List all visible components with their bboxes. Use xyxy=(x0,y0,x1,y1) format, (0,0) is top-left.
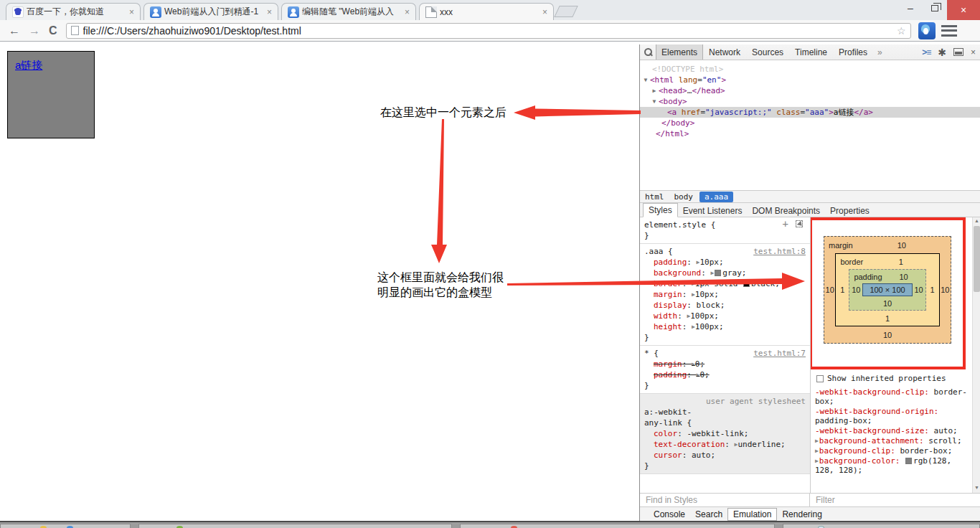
console-drawer-icon[interactable]: >≡ xyxy=(922,47,930,57)
bookmark-star-icon[interactable]: ☆ xyxy=(897,25,906,37)
sidebar-scrollbar[interactable]: ▲ ▼ xyxy=(972,217,980,493)
minimize-button[interactable]: – xyxy=(898,0,923,16)
rule-selector[interactable]: element.style { xyxy=(644,220,715,230)
box-model-padding[interactable]: padding 10 10 100 × 100 10 10 xyxy=(849,269,925,311)
breadcrumb-html[interactable]: html xyxy=(640,192,669,202)
dom-node-row[interactable]: <a href="javascript:;" class="aaa">a链接</… xyxy=(640,107,980,118)
find-in-styles-input[interactable]: Find in Styles xyxy=(640,494,810,506)
stylesheet-link[interactable]: test.html:7 xyxy=(753,348,806,359)
dom-node-row[interactable]: ▼<body> xyxy=(640,96,980,107)
rule-selector[interactable]: a:-webkit-any-link { xyxy=(644,407,706,428)
new-style-rule-icon[interactable]: + xyxy=(783,220,788,227)
more-tabs-chevron-icon[interactable]: » xyxy=(873,44,887,60)
taskbar-button[interactable] xyxy=(0,524,131,528)
scroll-up-icon[interactable]: ▲ xyxy=(973,218,980,223)
css-property[interactable]: background: ▶gray; xyxy=(644,268,806,278)
expand-arrow-icon[interactable]: ▶ xyxy=(815,438,819,444)
border-left-value[interactable]: 1 xyxy=(836,269,849,311)
scroll-down-icon[interactable]: ▼ xyxy=(973,485,980,490)
new-tab-button[interactable] xyxy=(554,6,578,17)
taskbar-button[interactable] xyxy=(460,524,775,528)
padding-right-value[interactable]: 10 xyxy=(913,286,925,294)
dom-node-row[interactable]: </html> xyxy=(640,128,980,139)
tab-close-icon[interactable]: × xyxy=(541,7,549,17)
css-property[interactable]: border: ▶1px solid black; xyxy=(644,278,806,289)
taskbar-button[interactable] xyxy=(138,524,452,528)
gear-icon[interactable]: ✱ xyxy=(938,47,946,58)
border-bottom-value[interactable]: 1 xyxy=(836,314,938,323)
tab-close-icon[interactable]: × xyxy=(128,7,136,17)
breadcrumb-body[interactable]: body xyxy=(669,192,699,202)
tab-event-listeners[interactable]: Event Listeners xyxy=(678,204,748,217)
restore-button[interactable] xyxy=(923,0,947,16)
computed-property[interactable]: -webkit-background-size: auto; xyxy=(815,426,970,435)
dock-side-icon[interactable] xyxy=(953,48,963,56)
margin-top-value[interactable]: 10 xyxy=(853,241,951,250)
back-icon[interactable]: ← xyxy=(9,24,20,37)
browser-tab-web-frontend[interactable]: Web前端从入门到精通-1 × xyxy=(143,3,278,20)
dom-node-row[interactable]: </body> xyxy=(640,118,980,128)
dom-node-row[interactable]: <!DOCTYPE html> xyxy=(640,64,980,75)
padding-left-value[interactable]: 10 xyxy=(849,286,862,294)
inspect-element-icon[interactable] xyxy=(796,220,803,227)
color-swatch[interactable] xyxy=(743,280,750,287)
computed-property[interactable]: -webkit-background-origin: padding-box; xyxy=(815,407,970,425)
css-property[interactable]: padding: ▶10px; xyxy=(644,257,806,268)
box-model-margin[interactable]: margin 10 10 border 1 1 xyxy=(824,236,951,344)
stylesheet-link[interactable]: test.html:8 xyxy=(753,246,806,257)
chrome-menu-icon[interactable] xyxy=(941,25,957,37)
filter-input[interactable]: Filter xyxy=(810,494,980,506)
computed-property[interactable]: ▶background-color: rgb(128, 128, 128); xyxy=(815,456,970,475)
taskbar-button[interactable] xyxy=(783,524,980,528)
breadcrumb-a-aaa[interactable]: a.aaa xyxy=(699,192,733,202)
browser-tab-edit-post[interactable]: 编辑随笔 "Web前端从入 × xyxy=(281,3,416,20)
forward-icon[interactable]: → xyxy=(29,24,40,37)
tab-close-icon[interactable]: × xyxy=(403,7,411,17)
css-property[interactable]: height: ▶100px; xyxy=(644,321,806,332)
dom-node-row[interactable]: ▶<head>…</head> xyxy=(640,85,980,96)
show-inherited-checkbox[interactable] xyxy=(816,375,824,382)
css-property[interactable]: text-decoration: ▶underline; xyxy=(644,439,806,450)
tab-sources[interactable]: Sources xyxy=(746,44,789,60)
margin-left-value[interactable]: 10 xyxy=(824,253,835,326)
margin-right-value[interactable]: 10 xyxy=(940,253,951,326)
tab-search[interactable]: Search xyxy=(690,509,727,520)
devtools-close-icon[interactable]: × xyxy=(971,47,976,57)
close-button[interactable]: × xyxy=(947,0,980,20)
extension-bird-icon[interactable] xyxy=(918,22,936,39)
reload-icon[interactable]: C xyxy=(49,24,57,37)
expand-arrow-icon[interactable]: ▶ xyxy=(815,448,819,454)
browser-tab-xxx-active[interactable]: xxx × xyxy=(419,3,554,20)
css-property[interactable]: cursor: auto; xyxy=(644,450,806,461)
address-bar[interactable]: file:///C:/Users/zhaohuiziwo901/Desktop/… xyxy=(66,23,911,39)
padding-bottom-value[interactable]: 10 xyxy=(849,299,925,308)
css-property[interactable]: margin: ▶0; xyxy=(644,359,806,369)
url-text[interactable]: file:///C:/Users/zhaohuiziwo901/Desktop/… xyxy=(83,25,897,37)
scrollbar-thumb[interactable] xyxy=(974,226,980,292)
expand-arrow-icon[interactable]: ▶ xyxy=(710,270,714,276)
tab-styles[interactable]: Styles xyxy=(643,203,678,217)
box-model-border[interactable]: border 1 1 padding 10 xyxy=(835,253,939,326)
computed-property[interactable]: ▶background-attachment: scroll; xyxy=(815,436,970,446)
search-icon[interactable] xyxy=(640,44,656,60)
color-swatch[interactable] xyxy=(905,458,912,464)
tab-dom-breakpoints[interactable]: DOM Breakpoints xyxy=(747,204,825,217)
margin-bottom-value[interactable]: 10 xyxy=(824,331,951,339)
rule-selector[interactable]: .aaa { xyxy=(644,247,673,256)
css-property[interactable]: display: block; xyxy=(644,300,806,311)
computed-property[interactable]: ▶background-clip: border-box; xyxy=(815,446,970,456)
tab-profiles[interactable]: Profiles xyxy=(833,44,873,60)
computed-property[interactable]: -webkit-background-clip: border-box; xyxy=(815,387,970,406)
expand-arrow-icon[interactable]: ▶ xyxy=(815,458,819,464)
border-top-value[interactable]: 1 xyxy=(863,258,938,266)
padding-top-value[interactable]: 10 xyxy=(882,273,925,281)
tab-close-icon[interactable]: × xyxy=(265,7,273,17)
tab-emulation[interactable]: Emulation xyxy=(727,508,777,521)
css-property[interactable]: color: -webkit-link; xyxy=(644,428,806,439)
css-property[interactable]: margin: ▶10px; xyxy=(644,289,806,300)
rule-selector[interactable]: * { xyxy=(644,349,659,358)
tab-console[interactable]: Console xyxy=(649,509,690,520)
tab-timeline[interactable]: Timeline xyxy=(789,44,833,60)
tab-properties[interactable]: Properties xyxy=(825,204,875,217)
tab-rendering[interactable]: Rendering xyxy=(777,509,826,520)
